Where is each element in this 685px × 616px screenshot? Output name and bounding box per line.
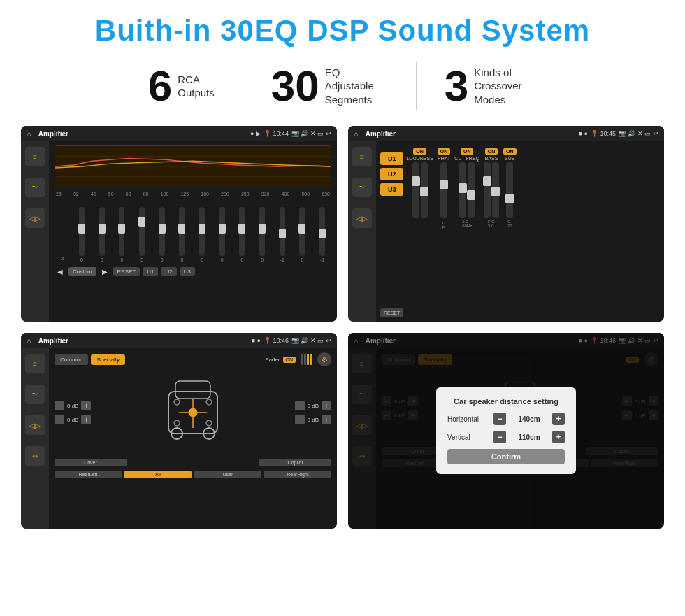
cutfreq-on[interactable]: ON (461, 148, 474, 155)
sidebar-wave-btn-2[interactable]: 〜 (352, 178, 372, 197)
confirm-button[interactable]: Confirm (447, 449, 565, 464)
eq-thumb-5[interactable] (178, 224, 185, 234)
loudness-slider-2[interactable] (421, 162, 428, 218)
u1-preset[interactable]: U1 (380, 152, 403, 165)
reset-btn[interactable]: RESET (113, 267, 140, 276)
all-btn[interactable]: All (124, 471, 192, 478)
eq-track-12[interactable] (319, 207, 325, 256)
u3-preset[interactable]: U3 (380, 183, 403, 196)
eq-track-6[interactable] (199, 207, 205, 256)
cutfreq-thumb-1[interactable] (459, 183, 467, 193)
bass-thumb-1[interactable] (483, 176, 491, 186)
phat-on[interactable]: ON (438, 148, 451, 155)
loudness-thumb-1[interactable] (412, 176, 420, 186)
eq-track-5[interactable] (179, 207, 185, 256)
loudness-thumb-2[interactable] (420, 187, 428, 196)
u3-btn[interactable]: U3 (180, 267, 195, 276)
sidebar-vol-btn[interactable]: ◁▷ (25, 208, 45, 228)
eq-thumb-12[interactable] (319, 229, 326, 238)
eq-thumb-6[interactable] (199, 224, 206, 234)
eq-track-11[interactable] (299, 207, 305, 256)
cutfreq-slider-2[interactable] (468, 162, 475, 218)
sidebar-eq-btn[interactable]: ≡ (25, 147, 45, 166)
u2-btn[interactable]: U2 (161, 267, 176, 276)
eq-track-10[interactable] (280, 207, 285, 256)
eq-thumb-4[interactable] (159, 224, 166, 234)
vertical-plus-btn[interactable]: + (552, 431, 565, 443)
rearright-btn[interactable]: RearRight (264, 471, 331, 478)
cutfreq-slider-1[interactable] (459, 162, 466, 218)
u1-btn[interactable]: U1 (143, 267, 158, 276)
eq-track-2[interactable] (119, 207, 124, 256)
eq-thumb-2[interactable] (118, 224, 125, 234)
status-dots-1: ● ▶ (250, 130, 261, 137)
eq-thumb-11[interactable] (298, 224, 305, 234)
eq-track-0[interactable] (79, 207, 85, 256)
horizontal-minus-btn[interactable]: − (493, 413, 506, 425)
bass-slider-1[interactable] (484, 162, 491, 218)
bass-on[interactable]: ON (485, 148, 498, 155)
vertical-minus-btn[interactable]: − (493, 431, 506, 443)
eq-track-9[interactable] (259, 207, 265, 256)
eq-thumb-10[interactable] (279, 229, 286, 238)
eq-thumb-9[interactable] (259, 224, 266, 234)
next-btn[interactable]: ▶ (99, 266, 110, 277)
fader-slider-area (301, 354, 312, 365)
eq-freq-labels: 2532 4050 6380 100125 160200 250320 4005… (55, 192, 331, 196)
sub-thumb-1[interactable] (505, 194, 514, 203)
sidebar-eq-btn-2[interactable]: ≡ (352, 147, 372, 166)
bass-slider-2[interactable] (492, 162, 499, 218)
svg-rect-5 (175, 381, 210, 399)
copilot-btn[interactable]: Copilot (259, 459, 331, 466)
loudness-on[interactable]: ON (413, 148, 426, 155)
u2-preset[interactable]: U2 (380, 168, 403, 180)
minus-btn-2[interactable]: − (55, 415, 64, 424)
phat-thumb-1[interactable] (440, 180, 448, 189)
eq-thumb-1[interactable] (99, 224, 106, 234)
minus-btn-4[interactable]: − (295, 415, 305, 424)
plus-btn-4[interactable]: + (322, 415, 331, 424)
horizontal-plus-btn[interactable]: + (552, 413, 565, 425)
sidebar-vol-btn-3[interactable]: ◁▷ (25, 415, 45, 435)
loudness-sliders (412, 162, 428, 218)
minus-btn-1[interactable]: − (55, 401, 64, 410)
rearleft-btn[interactable]: RearLeft (55, 471, 122, 478)
eq-track-4[interactable] (159, 207, 165, 256)
amp-reset-btn[interactable]: RESET (380, 308, 403, 317)
fader-on[interactable]: ON (283, 357, 296, 363)
sidebar-eq-btn-3[interactable]: ≡ (25, 354, 45, 373)
sub-slider-1[interactable] (506, 162, 513, 218)
phat-slider-1[interactable] (440, 162, 447, 218)
eq-track-3[interactable] (139, 207, 145, 256)
tab-common[interactable]: Common (55, 354, 88, 365)
settings-icon[interactable]: ⚙ (317, 352, 331, 366)
eq-track-8[interactable] (239, 207, 245, 256)
eq-track-1[interactable] (99, 207, 105, 256)
eq-thumb-8[interactable] (238, 224, 245, 234)
plus-btn-1[interactable]: + (81, 401, 91, 410)
tab-specialty[interactable]: Specialty (91, 354, 124, 365)
cutfreq-thumb-2[interactable] (467, 190, 475, 200)
driver-btn[interactable]: Driver (55, 459, 127, 466)
phat-vals: GF (442, 221, 446, 229)
status-icons-2: ■ ● 📍 10:45 📷 🔊 ✕ ▭ ↩ (579, 130, 658, 137)
eq-thumb-3[interactable] (138, 217, 145, 227)
sidebar-wave-btn-3[interactable]: 〜 (25, 385, 45, 404)
custom-btn[interactable]: Custom (68, 267, 96, 276)
screen-content-2: ≡ 〜 ◁▷ U1 U2 U3 RESET (348, 141, 664, 322)
eq-track-7[interactable] (219, 207, 225, 256)
bass-thumb-2[interactable] (491, 187, 500, 196)
eq-thumb-7[interactable] (219, 224, 226, 234)
plus-btn-3[interactable]: + (322, 401, 331, 410)
prev-btn[interactable]: ◀ (55, 266, 66, 277)
sidebar-wave-btn[interactable]: 〜 (25, 178, 45, 197)
sidebar-extra-btn-3[interactable]: ⇔ (25, 446, 45, 466)
plus-btn-2[interactable]: + (81, 415, 91, 424)
loudness-slider-1[interactable] (412, 162, 419, 218)
sub-on[interactable]: ON (503, 148, 517, 155)
sidebar-vol-btn-2[interactable]: ◁▷ (352, 208, 372, 228)
user-btn[interactable]: User (194, 471, 261, 478)
speaker-main: Common Specialty Fader ON ⚙ (49, 348, 337, 529)
minus-btn-3[interactable]: − (295, 401, 305, 410)
eq-thumb-0[interactable] (78, 224, 85, 234)
